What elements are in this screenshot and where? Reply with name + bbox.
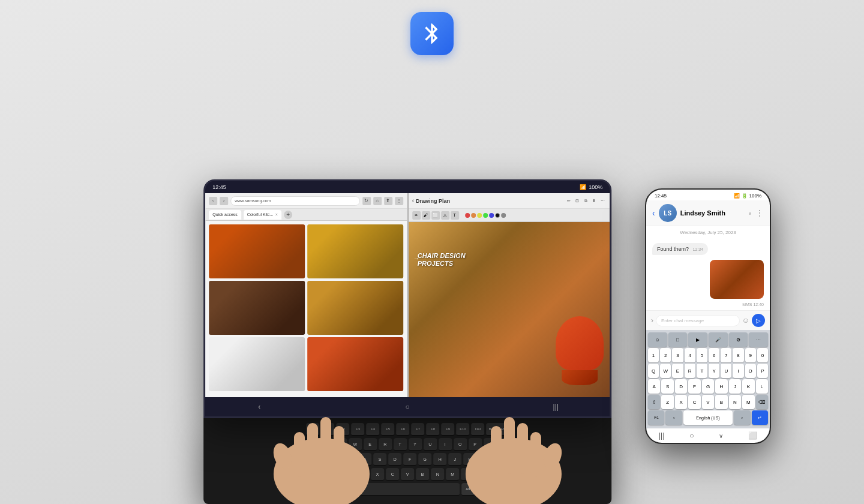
pk-p[interactable]: P [757, 364, 768, 378]
key-f4[interactable]: F4 [367, 423, 380, 436]
key-f1[interactable]: F1 [322, 423, 335, 436]
pk-y[interactable]: Y [709, 364, 719, 378]
pk-k[interactable]: K [742, 379, 754, 394]
pk-c[interactable]: C [688, 395, 700, 409]
pk-s[interactable]: S [661, 379, 673, 394]
chat-back-btn[interactable]: ‹ [652, 208, 655, 218]
pk-v[interactable]: V [702, 395, 714, 409]
drawing-canvas[interactable]: CHAIR DESIGN PROJECTS → [409, 222, 610, 397]
key-c[interactable]: C [386, 468, 399, 481]
pk-q[interactable]: Q [648, 364, 659, 378]
key-l[interactable]: L [478, 453, 491, 466]
pk-x[interactable]: X [675, 395, 687, 409]
key-h[interactable]: H [433, 453, 446, 466]
key-d[interactable]: D [388, 453, 401, 466]
send-btn[interactable]: ▷ [752, 314, 765, 327]
phone-back-nav[interactable]: ||| [659, 431, 664, 440]
key-v[interactable]: V [401, 468, 414, 481]
key-tab[interactable]: Tab [308, 438, 332, 451]
pk-6[interactable]: 6 [709, 348, 719, 362]
tablet-recents-nav[interactable]: ||| [550, 401, 562, 413]
key-s[interactable]: S [373, 453, 386, 466]
pk-1[interactable]: 1 [648, 348, 659, 362]
key-shift-left[interactable]: Shift [321, 468, 354, 481]
key-z[interactable]: Z [356, 468, 369, 481]
pk-w[interactable]: W [660, 364, 671, 378]
key-f[interactable]: F [403, 453, 416, 466]
pk-0[interactable]: 0 [757, 348, 768, 362]
pk-t[interactable]: T [697, 364, 707, 378]
key-x[interactable]: X [371, 468, 384, 481]
pk-g[interactable]: G [702, 379, 714, 394]
key-space[interactable] [340, 483, 460, 496]
browser-tab-colorful[interactable]: Colorful Kitc... × [244, 210, 281, 220]
pk-3[interactable]: 3 [672, 348, 683, 362]
pk-gif[interactable]: ▶ [688, 332, 707, 347]
pk-lang-right[interactable]: › [734, 410, 750, 425]
key-a[interactable]: A [358, 453, 371, 466]
pk-2[interactable]: 2 [660, 348, 671, 362]
key-k[interactable]: K [463, 453, 476, 466]
pk-settings-keyboard[interactable]: ⚙ [729, 332, 748, 347]
browser-forward-btn[interactable]: › [220, 197, 228, 205]
key-f2[interactable]: F2 [337, 423, 350, 436]
color-black[interactable] [495, 213, 500, 218]
color-green[interactable] [483, 213, 488, 218]
new-tab-btn[interactable]: + [284, 211, 292, 219]
emoji-btn[interactable]: ☺ [742, 316, 749, 325]
contact-info-chevron[interactable]: ∨ [748, 211, 752, 216]
key-f7[interactable]: F7 [412, 423, 425, 436]
pk-return[interactable]: ↵ [752, 410, 768, 425]
key-shift-right[interactable]: Shift [461, 468, 494, 481]
pk-h[interactable]: H [715, 379, 727, 394]
drawing-more-icon[interactable]: ⋯ [599, 197, 606, 205]
chat-more-btn[interactable]: ⋮ [755, 208, 764, 218]
key-f3[interactable]: F3 [352, 423, 365, 436]
key-i[interactable]: I [439, 438, 452, 451]
tab-close-btn[interactable]: × [275, 212, 278, 217]
tool-shape[interactable]: △ [441, 211, 449, 220]
pk-a[interactable]: A [648, 379, 660, 394]
phone-home-nav[interactable]: ○ [689, 431, 694, 440]
tool-pen[interactable]: ✒ [412, 211, 421, 220]
key-t[interactable]: T [394, 438, 407, 451]
pk-backspace[interactable]: ⌫ [756, 395, 768, 409]
pk-comma[interactable]: ‹ [665, 410, 682, 425]
key-f9[interactable]: F9 [442, 423, 455, 436]
browser-home-btn[interactable]: ⌂ [373, 197, 382, 205]
key-fn-right[interactable]: Fn [476, 483, 490, 496]
color-blue[interactable] [489, 213, 494, 218]
pk-space[interactable]: English (US) [683, 410, 733, 425]
key-f10[interactable]: F10 [457, 423, 470, 436]
pk-j[interactable]: J [729, 379, 741, 394]
key-o[interactable]: O [454, 438, 467, 451]
pk-o[interactable]: O [745, 364, 756, 378]
key-caps[interactable]: Caps Lock [323, 453, 356, 466]
browser-menu-btn[interactable]: ⋮ [395, 197, 403, 205]
pk-l[interactable]: L [756, 379, 768, 394]
key-b[interactable]: B [416, 468, 429, 481]
pk-special[interactable]: !#1 [648, 410, 664, 425]
pk-e[interactable]: E [672, 364, 683, 378]
drawing-layers-icon[interactable]: ⧉ [582, 197, 589, 205]
key-r[interactable]: R [379, 438, 392, 451]
pk-8[interactable]: 8 [733, 348, 743, 362]
key-p[interactable]: P [469, 438, 482, 451]
pk-mic[interactable]: 🎤 [709, 332, 728, 347]
pk-emoji[interactable]: ☺ [648, 332, 667, 347]
phone-recents-nav[interactable]: ⬜ [748, 431, 757, 440]
key-f8[interactable]: F8 [427, 423, 440, 436]
key-u[interactable]: U [424, 438, 437, 451]
tool-brush[interactable]: 🖌 [422, 211, 430, 220]
key-n[interactable]: N [431, 468, 444, 481]
tablet-home-nav[interactable]: ○ [401, 401, 413, 413]
key-alt[interactable]: Alt [325, 483, 338, 496]
pk-5[interactable]: 5 [697, 348, 707, 362]
pk-sticker[interactable]: □ [668, 332, 688, 347]
pk-4[interactable]: 4 [685, 348, 695, 362]
tool-text[interactable]: T [451, 211, 459, 220]
color-orange[interactable] [471, 213, 476, 218]
chat-input-field[interactable]: Enter chat message [656, 315, 740, 326]
pk-f[interactable]: F [688, 379, 700, 394]
browser-tab-quick-access[interactable]: Quick access [209, 210, 241, 220]
